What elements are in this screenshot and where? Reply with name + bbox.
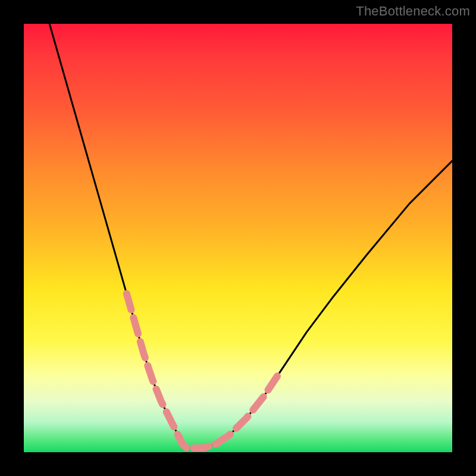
watermark-text: TheBottleneck.com: [356, 4, 470, 19]
highlight-left-arm: [127, 294, 178, 436]
highlight-right-arm: [217, 371, 281, 443]
highlight-floor: [178, 435, 217, 448]
bottleneck-curve: [49, 24, 452, 448]
chart-frame: TheBottleneck.com: [0, 0, 476, 476]
plot-area: [24, 24, 452, 452]
curve-svg: [24, 24, 452, 452]
